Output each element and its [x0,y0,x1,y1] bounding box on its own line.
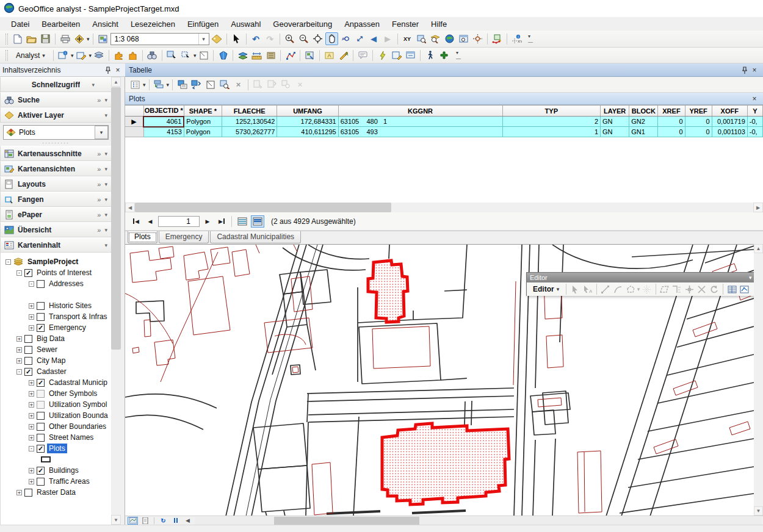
cell-block[interactable]: GN2 [629,117,658,127]
chevron-down-icon[interactable]: ▾ [104,112,107,118]
table-row[interactable]: 4153 Polygon 5730,262777 410,611295 6310… [125,127,763,137]
scroll-left-icon[interactable]: ◀ [125,203,135,212]
checkbox-unchecked[interactable] [37,423,45,431]
measure-area-button[interactable] [264,49,277,62]
table-window-header[interactable]: Tabelle × [125,63,763,77]
section-karteninhalt[interactable]: Karteninhalt ▾ [0,237,112,253]
expand-icon[interactable]: + [16,347,22,353]
move-tool-icon[interactable] [684,284,695,295]
tree-item-utilization-symbols[interactable]: + Utilization Symbol [1,399,111,410]
editor-toolbar-titlebar[interactable]: Editor ▾ × [527,273,762,282]
tree-label[interactable]: Emergency [47,323,88,332]
chevron-down-icon[interactable]: ▾ [104,97,107,103]
gem-tool-button[interactable] [217,49,230,62]
cell-typ[interactable]: 1 [502,127,601,137]
tree-label[interactable]: Addresses [47,279,85,289]
chevron-down-icon[interactable]: ▾ [104,242,107,248]
cell-shape[interactable]: Polygon [184,117,222,127]
menu-anpassen[interactable]: Anpassen [338,18,386,30]
tree-item-other-boundaries[interactable]: + Other Boundaries [1,421,111,432]
snap-burst-icon[interactable] [641,284,652,295]
tree-item-buildings[interactable]: + ✓ Buildings [1,465,111,476]
show-selected-records-button[interactable] [251,215,264,228]
cell-xref[interactable]: 0 [658,117,685,127]
col-umfang[interactable]: UMFANG [277,106,338,117]
col-flaeche[interactable]: FLAECHE [222,106,277,117]
active-layer-dropdown-icon[interactable]: ▾ [95,126,108,139]
zoom-to-selected-button[interactable] [218,78,231,91]
polygon-tool-caret[interactable]: ▾ [637,286,640,292]
cell-y[interactable]: -0, [747,127,762,137]
checkbox-checked[interactable]: ✓ [24,368,32,376]
cell-kggnr[interactable]: 63105 480 1 [338,117,502,127]
delete-selected-button[interactable]: × [232,78,245,91]
globe-button[interactable] [443,32,456,45]
expand-icon[interactable]: + [29,391,34,397]
overflow-chevron-icon[interactable]: » [97,196,101,203]
cell-xoff[interactable]: 0,001719 [712,117,747,127]
data-view-button[interactable] [128,517,138,525]
expand-icon[interactable]: + [29,424,34,430]
col-block[interactable]: BLOCK [629,106,658,117]
tree-item-historic-sites[interactable]: + Historic Sites [1,300,111,311]
select-features-button[interactable] [179,49,192,62]
scrollbar-thumb[interactable] [274,517,419,525]
tab-emergency[interactable]: Emergency [159,231,209,243]
tab-plots[interactable]: Plots [128,231,157,243]
chevron-down-icon[interactable]: ▾ [104,181,107,187]
tree-label[interactable]: Big Data [35,334,67,343]
identify-tool-button[interactable]: i [57,49,70,62]
chevron-down-icon[interactable]: ▾ [92,82,95,88]
cell-layer[interactable]: GN [601,127,629,137]
add-data-caret[interactable]: ▾ [87,36,90,42]
cell-umfang[interactable]: 172,684331 [277,117,338,127]
collapse-icon[interactable]: - [16,270,22,276]
cell-layer[interactable]: GN [601,117,629,127]
tree-label[interactable]: Sewer [35,345,59,354]
col-xoff[interactable]: XOFF [712,106,747,117]
overflow-chevron-icon[interactable]: » [97,96,101,104]
tree-label-selected[interactable]: Plots [47,444,67,453]
previous-record-button[interactable]: ◀ [144,216,156,227]
editor-collapse-icon[interactable]: ▾ [749,275,752,281]
map-scale-dropdown-icon[interactable]: ▾ [198,34,209,45]
layer-tools-button[interactable] [93,49,106,62]
lightning-tool-button[interactable] [376,49,389,62]
selected-plot-4153[interactable] [382,423,509,505]
cell-typ[interactable]: 2 [502,117,601,127]
label-draw-button[interactable]: A [337,49,350,62]
expand-icon[interactable]: + [29,325,34,331]
delete-highlighted-button[interactable]: × [294,78,306,91]
viewer-window-button[interactable] [457,32,470,45]
tree-item-utilization-boundaries[interactable]: + Utilization Bounda [1,410,111,421]
fixed-zoom-in-button[interactable]: ⌕⭘ [339,32,352,45]
scroll-down-icon[interactable]: ▼ [754,506,763,516]
toolbar-grip[interactable] [5,34,8,45]
layout-view-button[interactable] [140,517,150,525]
table-options-caret[interactable]: ▾ [143,82,146,88]
scroll-down-icon[interactable]: ▼ [111,515,121,525]
table-options-button[interactable] [129,78,142,91]
overflow-chevron-icon[interactable]: » [97,211,101,218]
row-marker-current[interactable]: ▶ [125,117,143,127]
identify-xy-button[interactable]: iXY [510,32,523,45]
scroll-up-icon[interactable]: ▲ [111,77,121,87]
search-map-button[interactable] [429,32,442,45]
col-xref[interactable]: XREF [658,106,685,117]
section-schnellzugriff[interactable]: Schnellzugriff ▾ [0,77,112,92]
active-layer-combobox[interactable]: Plots ▾ [3,125,109,140]
menu-ansicht[interactable]: Ansicht [86,18,125,30]
tree-label[interactable]: Transport & Infras [47,312,109,322]
tree-label[interactable]: Points of Interest [35,268,93,278]
checkbox-unchecked[interactable] [24,335,32,343]
expand-icon[interactable]: + [29,402,34,408]
pause-drawing-button[interactable] [170,517,181,525]
tree-label[interactable]: SampleProject [26,257,80,267]
section-kartenausschnitte[interactable]: Kartenausschnitte » ▾ [0,146,112,161]
checkbox-checked[interactable]: ✓ [37,379,45,387]
cell-flaeche[interactable]: 5730,262777 [222,127,277,137]
expand-icon[interactable]: + [16,490,22,495]
refresh-view-button[interactable]: ↻ [158,517,168,525]
trace-tool-icon[interactable] [659,284,670,295]
cell-objectid[interactable]: 4061 [143,117,184,127]
